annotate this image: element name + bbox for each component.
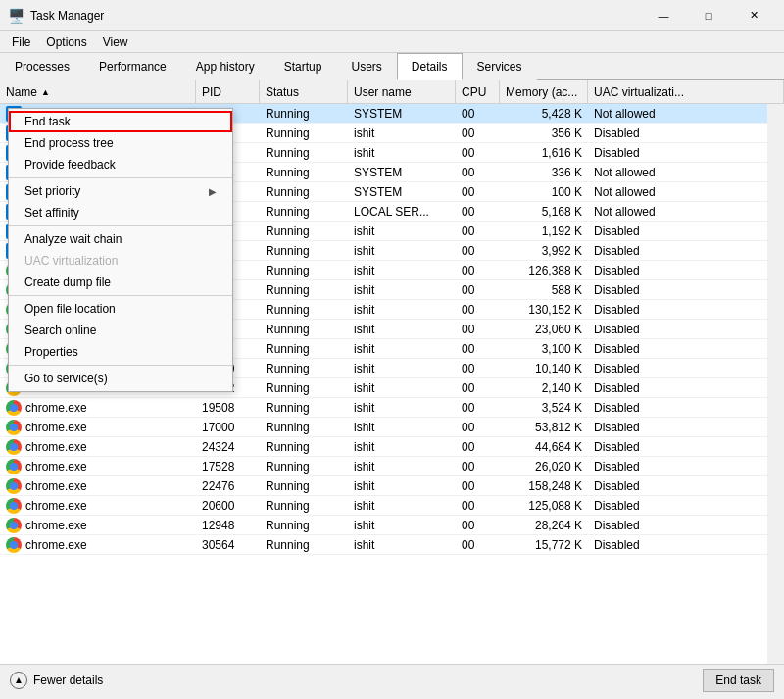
context-menu-item-go-to-service[interactable]: Go to service(s) [9,368,232,389]
tab-app-history[interactable]: App history [181,53,270,80]
menu-file[interactable]: File [4,33,38,51]
cell-uac: Disabled [588,437,784,456]
table-row[interactable]: chrome.exe 30564 Running ishit 00 15,772… [0,535,784,555]
cell-cpu: 00 [456,202,500,221]
cell-memory: 44,684 K [500,437,588,456]
maximize-button[interactable]: □ [686,0,731,31]
table-row[interactable]: chrome.exe 22476 Running ishit 00 158,24… [0,476,784,496]
cell-cpu: 00 [456,359,500,377]
table-row[interactable]: chrome.exe 20600 Running ishit 00 125,08… [0,496,784,516]
col-header-cpu[interactable]: CPU [456,80,500,103]
col-header-memory[interactable]: Memory (ac... [500,80,588,103]
cell-cpu: 00 [456,320,500,338]
context-menu-separator [9,225,232,226]
cell-status: Running [260,261,348,279]
cell-cpu: 00 [456,143,500,162]
context-menu-item-search-online[interactable]: Search online [9,320,232,341]
cell-memory: 26,020 K [500,457,588,475]
tab-processes[interactable]: Processes [0,53,84,80]
chrome-icon [6,459,22,474]
context-menu-item-end-task[interactable]: End task [9,111,232,132]
menu-view[interactable]: View [95,33,136,51]
table-row[interactable]: chrome.exe 19508 Running ishit 00 3,524 … [0,398,784,418]
context-menu-separator [9,365,232,366]
cell-username: LOCAL SER... [348,202,456,221]
col-header-status[interactable]: Status [260,80,348,103]
cell-uac: Disabled [588,124,784,142]
cell-name: chrome.exe [0,418,196,436]
context-menu-item-analyze-wait-chain[interactable]: Analyze wait chain [9,228,232,250]
cell-memory: 5,168 K [500,202,588,221]
title-bar: 🖥️ Task Manager — □ ✕ [0,0,784,31]
cell-memory: 5,428 K [500,104,588,123]
cell-name: chrome.exe [0,457,196,475]
col-header-name[interactable]: Name ▲ [0,80,196,103]
chrome-icon [6,439,22,455]
cell-cpu: 00 [456,261,500,279]
col-header-pid[interactable]: PID [196,80,260,103]
tab-startup[interactable]: Startup [270,53,337,80]
cell-status: Running [260,535,348,554]
close-button[interactable]: ✕ [731,0,776,31]
context-menu-item-end-process-tree[interactable]: End process tree [9,132,232,154]
cell-memory: 336 K [500,163,588,181]
cell-memory: 28,264 K [500,516,588,534]
tab-services[interactable]: Services [463,53,537,80]
cell-cpu: 00 [456,280,500,299]
table-row[interactable]: chrome.exe 17528 Running ishit 00 26,020… [0,457,784,476]
context-menu-item-properties[interactable]: Properties [9,341,232,363]
cell-memory: 125,088 K [500,496,588,515]
cell-pid: 12948 [196,516,260,534]
table-row[interactable]: chrome.exe 12948 Running ishit 00 28,264… [0,516,784,535]
menu-options[interactable]: Options [38,33,94,51]
context-menu-separator [9,295,232,296]
cell-memory: 10,140 K [500,359,588,377]
tab-details[interactable]: Details [397,53,463,80]
col-header-uac[interactable]: UAC virtualizati... [588,80,784,103]
cell-memory: 53,812 K [500,418,588,436]
end-task-button[interactable]: End task [703,669,774,692]
context-menu-item-open-file-location[interactable]: Open file location [9,298,232,320]
cell-status: Running [260,378,348,397]
title-bar-controls: — □ ✕ [641,0,776,31]
cell-username: ishit [348,378,456,397]
cell-status: Running [260,163,348,181]
cell-username: ishit [348,300,456,319]
cell-pid: 17528 [196,457,260,475]
chrome-icon [6,420,22,435]
scrollbar[interactable] [767,104,784,664]
cell-username: ishit [348,418,456,436]
col-header-username[interactable]: User name [348,80,456,103]
cell-uac: Not allowed [588,182,784,201]
context-menu-item-set-priority[interactable]: Set priority▶ [9,180,232,202]
tab-users[interactable]: Users [336,53,396,80]
cell-status: Running [260,300,348,319]
cell-cpu: 00 [456,418,500,436]
cell-uac: Disabled [588,516,784,534]
cell-cpu: 00 [456,437,500,456]
cell-name: chrome.exe [0,496,196,515]
table-header: Name ▲ PID Status User name CPU Memory (… [0,80,784,104]
context-menu-item-create-dump-file[interactable]: Create dump file [9,272,232,293]
context-menu-item-set-affinity[interactable]: Set affinity [9,202,232,224]
main-content: Name ▲ PID Status User name CPU Memory (… [0,80,784,664]
table-row[interactable]: chrome.exe 17000 Running ishit 00 53,812… [0,418,784,437]
table-row[interactable]: chrome.exe 24324 Running ishit 00 44,684… [0,437,784,457]
cell-name: chrome.exe [0,516,196,534]
app-icon: 🖥️ [8,8,24,24]
context-menu: End taskEnd process treeProvide feedback… [8,108,233,392]
cell-pid: 17000 [196,418,260,436]
cell-memory: 3,100 K [500,339,588,358]
cell-uac: Disabled [588,339,784,358]
cell-status: Running [260,320,348,338]
cell-username: ishit [348,280,456,299]
minimize-button[interactable]: — [641,0,686,31]
cell-uac: Disabled [588,300,784,319]
submenu-arrow: ▶ [209,186,217,197]
fewer-details-button[interactable]: ▲ Fewer details [10,672,103,689]
cell-username: ishit [348,339,456,358]
tab-performance[interactable]: Performance [84,53,181,80]
cell-memory: 126,388 K [500,261,588,279]
context-menu-item-provide-feedback[interactable]: Provide feedback [9,154,232,175]
cell-memory: 100 K [500,182,588,201]
